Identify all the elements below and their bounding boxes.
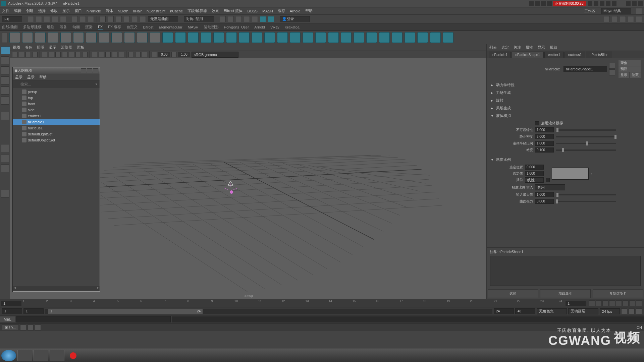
incompressibility-slider[interactable] — [556, 129, 616, 131]
shelf-cube-icon[interactable] — [175, 32, 186, 43]
current-frame-right[interactable]: 1 — [566, 301, 586, 306]
outliner-window[interactable]: ▣ 大纲视图 显示 显示 帮助 搜索... persp top front si… — [13, 67, 100, 292]
rest-density-slider[interactable] — [556, 136, 616, 137]
step-back-icon[interactable] — [602, 300, 608, 306]
shelf-curve4-icon[interactable] — [73, 32, 84, 43]
vp-gate-mask-icon[interactable] — [62, 52, 67, 57]
construction-history-icon[interactable] — [220, 16, 226, 22]
shelf-crease3-icon[interactable] — [392, 32, 402, 43]
lasso-tool[interactable] — [1, 56, 9, 64]
shelf-curve8-icon[interactable] — [124, 32, 135, 43]
attr-menu-help[interactable]: 帮助 — [550, 45, 557, 50]
menu-ncloth[interactable]: nCloth — [118, 9, 128, 13]
attr-editor-icon[interactable] — [620, 16, 626, 22]
open-scene-icon[interactable] — [36, 16, 42, 22]
restore-icon[interactable] — [632, 1, 637, 6]
x-icon[interactable] — [612, 1, 616, 6]
hide-button[interactable]: 隐藏 — [630, 72, 641, 78]
vp-gamma-icon[interactable] — [171, 52, 177, 57]
vp-cam-attr-icon[interactable] — [19, 52, 24, 57]
step-back-key-icon[interactable] — [596, 300, 602, 306]
outliner-toggle[interactable] — [1, 190, 9, 198]
outliner-menu-show[interactable]: 显示 — [27, 75, 35, 80]
node-name-field[interactable] — [564, 66, 607, 72]
shelf-cone-icon[interactable] — [201, 32, 211, 43]
channel-box-icon[interactable] — [636, 16, 642, 22]
menu-select[interactable]: 选择 — [38, 8, 46, 13]
move-tool[interactable] — [1, 76, 9, 84]
radius-scale-field[interactable] — [535, 141, 554, 146]
vp-xray-joints-icon[interactable] — [142, 52, 147, 57]
menu-display[interactable]: 显示 — [62, 8, 70, 13]
symmetry-dropdown[interactable]: 对称: 禁用 — [184, 16, 214, 22]
paint-select-icon[interactable] — [88, 16, 94, 22]
workspace-dropdown[interactable]: Maya 经典 — [601, 8, 631, 14]
snap-point-icon[interactable] — [116, 16, 122, 22]
attr-tab-nucleus1[interactable]: nucleus1 — [565, 52, 585, 58]
shelf-tab-vray[interactable]: VRay — [270, 25, 279, 29]
shelf-opts-icon[interactable] — [2, 32, 7, 43]
go-start-icon[interactable] — [589, 300, 595, 306]
menu-edit[interactable]: 编辑 — [14, 8, 21, 13]
section-wind-gen[interactable]: ▶风场生成 — [489, 105, 641, 112]
menu-ncache[interactable]: nCache — [170, 9, 183, 13]
loop-icon[interactable] — [636, 308, 642, 314]
record-indicator-icon[interactable] — [66, 350, 80, 361]
snap-live-icon[interactable] — [132, 16, 138, 22]
attr-menu-focus[interactable]: 关注 — [514, 45, 521, 50]
attr-menu-attributes[interactable]: 属性 — [526, 45, 533, 50]
attr-scroll-body[interactable]: ▶动力学特性 ▶力场生成 ▶旋转 ▶风场生成 ▼液体模拟 启用液体模拟 不可压缩… — [487, 80, 644, 247]
square-icon[interactable] — [535, 1, 540, 6]
vp-lights-icon[interactable] — [112, 52, 117, 57]
shelf-crease2-icon[interactable] — [379, 32, 390, 43]
menu-bifrost[interactable]: Bifrost 流体 — [224, 8, 243, 13]
fps-dropdown[interactable]: 24 fps — [600, 308, 620, 314]
section-rotation[interactable]: ▶旋转 — [489, 97, 641, 104]
menu-nhair[interactable]: nHair — [133, 9, 142, 13]
shelf-tab-fxcache[interactable]: FX 缓存 — [108, 24, 121, 29]
vp-grid-icon[interactable] — [42, 52, 47, 57]
menu-mash[interactable]: MASH — [262, 9, 273, 13]
shelf-tab-bifrost[interactable]: Bifrost — [143, 25, 153, 29]
close-icon[interactable] — [638, 1, 643, 6]
outliner-item-defaultobjectset[interactable]: defaultObjectSet — [13, 137, 100, 143]
browser-icon[interactable] — [34, 350, 48, 361]
outliner-menu-display[interactable]: 显示 — [15, 75, 22, 80]
pin-icon[interactable] — [529, 1, 534, 6]
vp-imgplane-icon[interactable] — [32, 52, 38, 57]
menu-create[interactable]: 创建 — [26, 8, 34, 13]
workspace-save-icon[interactable] — [636, 8, 642, 14]
live-surface-display[interactable]: 无激活曲面 — [148, 16, 178, 22]
viscosity-input-dropdown[interactable]: 禁用 — [535, 184, 565, 190]
marker-icon[interactable] — [600, 1, 604, 6]
vp-film-gate-icon[interactable] — [49, 52, 54, 57]
vp-wireframe-icon[interactable] — [92, 52, 97, 57]
attr-tab-emitter1[interactable]: emitter1 — [544, 52, 564, 58]
load-attr-button[interactable]: 加载属性 — [540, 289, 590, 298]
menu-nparticle[interactable]: nParticle — [87, 9, 101, 13]
outliner-item-emitter1[interactable]: emitter1 — [13, 113, 100, 119]
shelf-sphere-icon[interactable] — [162, 32, 173, 43]
shelf-tab-arnold[interactable]: Arnold — [254, 25, 265, 29]
render-icon[interactable] — [228, 16, 234, 22]
outliner-tree[interactable]: persp top front side emitter1 nParticle1… — [13, 88, 100, 286]
snap-curve-icon[interactable] — [108, 16, 114, 22]
menu-fields[interactable]: 字段/解算器 — [187, 8, 207, 13]
copy-tab-button[interactable]: 复制选项卡 — [593, 289, 643, 298]
shelf-pyramid-icon[interactable] — [252, 32, 262, 43]
vp-bookmark-icon[interactable] — [25, 52, 31, 57]
outliner-item-defaultlightset[interactable]: defaultLightSet — [13, 131, 100, 137]
outliner-item-top[interactable]: top — [13, 95, 100, 101]
playback-start-field[interactable] — [23, 308, 44, 314]
outliner-titlebar[interactable]: ▣ 大纲视图 — [13, 67, 100, 74]
outliner-item-nucleus1[interactable]: nucleus1 — [13, 125, 100, 131]
shelf-tab-elementacular[interactable]: Elementacular — [159, 25, 182, 29]
shelf-gear-icon[interactable] — [290, 32, 301, 43]
shelf-snap-icon[interactable] — [405, 32, 415, 43]
shelf-tab-krakatoa[interactable]: Krakatoa — [285, 25, 300, 29]
shelf-tab-anim[interactable]: 动画 — [72, 24, 80, 29]
shelf-curve2-icon[interactable] — [48, 32, 58, 43]
help-tab-hypershade[interactable]: ▣ Hy... — [2, 324, 19, 330]
shelf-tab-poly[interactable]: 多边形建模 — [23, 24, 42, 29]
shelf-pipe-icon[interactable] — [264, 32, 275, 43]
